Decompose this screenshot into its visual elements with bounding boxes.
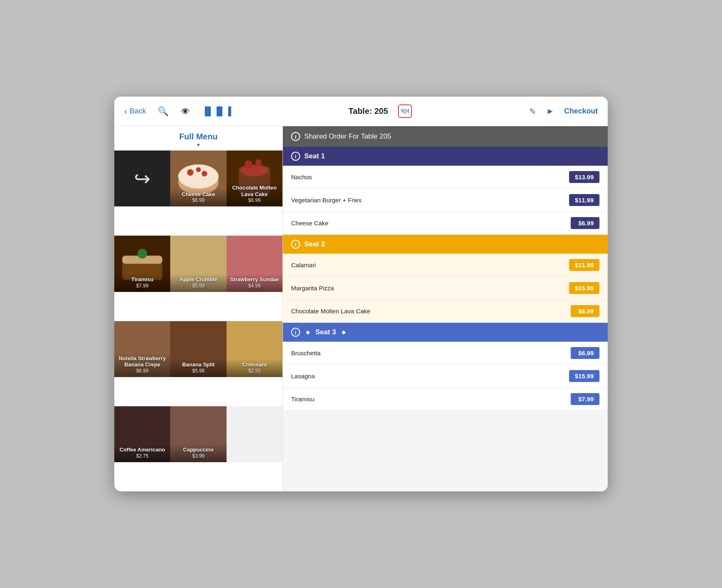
seat3-label: Seat 3: [315, 328, 336, 336]
top-nav: ‹ Back 🔍 👁️ ▐▌▐▌▐ Table: 205 🍽 ✎: [114, 97, 608, 126]
cheesecake-price: $6.99: [172, 197, 224, 203]
eye-button[interactable]: 👁️: [180, 106, 190, 116]
tiramisu-name: Tiramisu: [116, 276, 169, 283]
full-menu-header: Full Menu ▾: [114, 126, 282, 150]
coffee-price: $2.75: [116, 453, 169, 459]
shared-order-header: i Shared Order For Table 205: [283, 126, 608, 147]
right-panel: i Shared Order For Table 205 i Seat 1 Na…: [283, 126, 608, 491]
seat1-nachos-price: $13.99: [569, 171, 599, 183]
strawberry-name: Strawberry Sundae: [228, 276, 281, 283]
seat3-lasagna-name: Lasagna: [291, 372, 565, 380]
nav-left: ‹ Back 🔍 👁️ ▐▌▐▌▐: [124, 106, 231, 117]
seat2-item-margarita[interactable]: Margarita Pizza $15.99: [283, 277, 608, 300]
seat2-molten-price: $6.99: [571, 305, 599, 317]
croissant-price: $2.50: [228, 368, 281, 374]
seat1-cheesecake-price: $6.99: [571, 217, 599, 229]
applecrumble-info: Apple Crumble $5.99: [170, 274, 226, 292]
send-icon: ►: [546, 106, 554, 116]
menu-item-cheesecake[interactable]: Cheese Cake $6.99: [170, 150, 226, 206]
search-icon: 🔍: [157, 106, 169, 117]
nutella-price: $6.99: [116, 368, 169, 374]
utensils-icon: 🍽: [401, 107, 409, 116]
utensils-button[interactable]: 🍽: [398, 104, 412, 118]
menu-item-cappuccino[interactable]: Cappuccino $3.99: [170, 406, 226, 462]
back-button[interactable]: ‹ Back: [124, 106, 146, 117]
search-button[interactable]: 🔍: [157, 106, 169, 117]
seat3-tiramisu-name: Tiramisu: [291, 395, 567, 403]
back-label: Back: [130, 107, 146, 116]
info-icon-shared: i: [291, 132, 300, 141]
strawberry-price: $4.99: [228, 283, 281, 289]
menu-item-applecrumble[interactable]: Apple Crumble $5.99: [170, 236, 226, 292]
bananasplit-price: $5.99: [172, 368, 224, 374]
cappuccino-price: $3.99: [172, 453, 224, 459]
seat1-header[interactable]: i Seat 1: [283, 147, 608, 166]
seat2-molten-name: Chocolate Molten Lava Cake: [291, 307, 567, 315]
seat2-margarita-name: Margarita Pizza: [291, 284, 565, 292]
tiramisu-price: $7.99: [116, 283, 169, 289]
app-container: ‹ Back 🔍 👁️ ▐▌▐▌▐ Table: 205 🍽 ✎: [114, 97, 608, 491]
molten-info: Chocolate Molten Lava Cake $6.99: [227, 182, 282, 206]
coffee-info: Coffee Americano $2.75: [114, 444, 170, 462]
nav-right: ✎ ► Checkout: [529, 106, 598, 116]
menu-item-back[interactable]: ↩: [114, 150, 170, 206]
seat1-nachos-name: Nachos: [291, 173, 565, 181]
seat2-margarita-price: $15.99: [569, 282, 599, 294]
send-button[interactable]: ►: [546, 106, 554, 116]
seat1-item-nachos[interactable]: Nachos $13.99: [283, 166, 608, 189]
strawberry-info: Strawberry Sundae $4.99: [227, 274, 282, 292]
cappuccino-info: Cappuccino $3.99: [170, 444, 226, 462]
applecrumble-price: $5.99: [172, 283, 224, 289]
bananasplit-name: Banana Split: [172, 361, 224, 368]
seat2-item-calamari[interactable]: Calamari $11.99: [283, 254, 608, 277]
coffee-name: Coffee Americano: [116, 447, 169, 453]
seat3-bruschetta-price: $6.99: [571, 347, 599, 359]
diamond-right-icon: ◆: [342, 329, 345, 335]
info-icon-seat1: i: [291, 152, 300, 161]
diamond-left-icon: ◆: [306, 329, 310, 335]
checkout-label: Checkout: [564, 107, 598, 115]
cheesecake-info: Cheese Cake $6.99: [170, 189, 226, 207]
back-chevron-icon: ‹: [124, 106, 127, 117]
seat3-lasagna-price: $15.99: [569, 370, 599, 382]
seat2-header[interactable]: i Seat 2: [283, 235, 608, 254]
nutella-name: Nutella Strawberry Banana Crepe: [116, 355, 169, 368]
seat1-vegburger-price: $11.99: [569, 194, 599, 206]
main-body: Full Menu ▾ ↩ Cheese Cake $6.99: [114, 126, 608, 491]
barcode-button[interactable]: ▐▌▐▌▐: [202, 106, 231, 116]
menu-item-strawberry[interactable]: Strawberry Sundae $4.99: [227, 236, 282, 292]
seat1-item-cheesecake[interactable]: Cheese Cake $6.99: [283, 212, 608, 235]
menu-item-croissant[interactable]: Croissant $2.50: [227, 321, 282, 377]
seat2-label: Seat 2: [304, 240, 325, 248]
menu-item-tiramisu[interactable]: Tiramisu $7.99: [114, 236, 170, 292]
croissant-name: Croissant: [228, 361, 281, 368]
menu-item-empty: [227, 406, 282, 462]
seat1-item-vegburger[interactable]: Vegetarian Burger + Fries $11.99: [283, 189, 608, 212]
molten-name: Chocolate Molten Lava Cake: [228, 185, 281, 197]
menu-item-molten[interactable]: Chocolate Molten Lava Cake $6.99: [227, 150, 282, 206]
seat2-calamari-price: $11.99: [569, 259, 599, 271]
edit-icon: ✎: [529, 106, 536, 116]
seat3-item-lasagna[interactable]: Lasagna $15.99: [283, 365, 608, 388]
cappuccino-name: Cappuccino: [172, 447, 224, 453]
menu-item-nutella[interactable]: Nutella Strawberry Banana Crepe $6.99: [114, 321, 170, 377]
info-icon-seat2: i: [291, 240, 300, 249]
checkout-button[interactable]: Checkout: [564, 107, 598, 116]
seat3-item-tiramisu[interactable]: Tiramisu $7.99: [283, 388, 608, 411]
seat2-item-molten[interactable]: Chocolate Molten Lava Cake $6.99: [283, 300, 608, 323]
cheesecake-name: Cheese Cake: [172, 191, 224, 198]
applecrumble-name: Apple Crumble: [172, 276, 224, 283]
seat2-calamari-name: Calamari: [291, 261, 565, 269]
menu-item-coffee[interactable]: Coffee Americano $2.75: [114, 406, 170, 462]
menu-item-bananasplit[interactable]: Banana Split $5.99: [170, 321, 226, 377]
info-icon-seat3: i: [291, 328, 300, 337]
seat3-item-bruschetta[interactable]: Bruschetta $6.99: [283, 342, 608, 365]
edit-button[interactable]: ✎: [529, 106, 536, 116]
seat1-cheesecake-name: Cheese Cake: [291, 219, 567, 227]
barcode-icon: ▐▌▐▌▐: [202, 106, 231, 116]
tiramisu-info: Tiramisu $7.99: [114, 274, 170, 292]
seat3-header[interactable]: i ◆ Seat 3 ◆: [283, 323, 608, 342]
menu-grid: ↩ Cheese Cake $6.99 Chocolate Molten Lav…: [114, 150, 282, 491]
seat3-tiramisu-price: $7.99: [571, 393, 599, 405]
shared-order-label: Shared Order For Table 205: [304, 132, 391, 141]
